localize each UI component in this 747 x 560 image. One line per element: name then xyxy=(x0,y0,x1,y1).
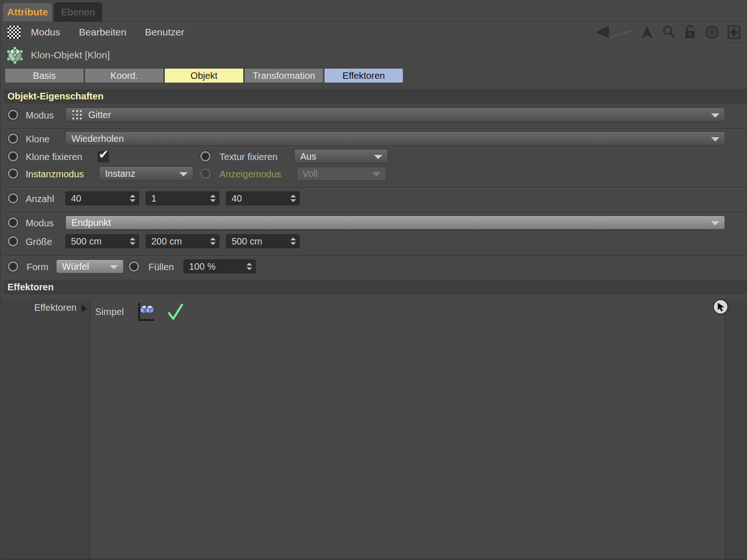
checkmark-icon: ✔ xyxy=(99,147,109,162)
chevron-down-icon xyxy=(179,172,188,176)
keyframe-dot-textur-fixieren[interactable] xyxy=(200,151,211,161)
tab-basis[interactable]: Basis xyxy=(5,68,84,83)
tab-attribute-label: Attribute xyxy=(7,7,48,18)
label-form: Form xyxy=(27,259,49,274)
object-title: Klon-Objekt [Klon] xyxy=(31,49,110,61)
effectors-list[interactable]: Simpel xyxy=(90,299,725,560)
panel-left-edge xyxy=(0,21,1,560)
chevron-down-icon xyxy=(110,265,118,269)
anzahl-z-field[interactable] xyxy=(226,192,299,205)
row-klone: Klone Wiederholen xyxy=(0,132,747,147)
clone-object-icon xyxy=(6,46,24,64)
spinner-stepper[interactable] xyxy=(247,263,252,270)
chevron-down-icon xyxy=(374,155,382,159)
keyframe-dot-groesse[interactable] xyxy=(8,236,18,246)
groesse-y-field-wrap xyxy=(146,234,219,248)
object-title-row: Klon-Objekt [Klon] xyxy=(0,43,747,67)
tab-koord[interactable]: Koord. xyxy=(85,68,164,83)
checkbox-klone-fixieren[interactable]: ✔ xyxy=(98,151,109,162)
dropdown-modus[interactable]: Gitter xyxy=(65,108,725,122)
keyframe-dot-form[interactable] xyxy=(8,261,18,272)
anzahl-z-field-wrap xyxy=(226,191,300,205)
keyframe-dot-klone[interactable] xyxy=(8,133,18,144)
label-fuellen: Füllen xyxy=(148,259,174,274)
dropdown-modus2-value: Endpunkt xyxy=(71,217,111,228)
add-panel-icon[interactable] xyxy=(727,25,740,39)
divider xyxy=(4,212,747,213)
tab-ebenen[interactable]: Ebenen xyxy=(54,2,102,21)
tab-effektoren[interactable]: Effektoren xyxy=(324,68,403,83)
groesse-x-field[interactable] xyxy=(66,235,139,248)
label-groesse: Größe xyxy=(26,234,52,249)
dropdown-form[interactable]: Würfel xyxy=(56,259,124,273)
row-fixieren: Klone fixieren ✔ Textur fixieren Aus xyxy=(0,149,747,164)
chevron-down-icon xyxy=(711,113,719,118)
anzahl-x-field-wrap xyxy=(65,191,139,205)
pick-object-button[interactable] xyxy=(713,299,728,315)
search-icon[interactable] xyxy=(662,25,676,39)
tab-transformation-label: Transformation xyxy=(253,70,315,81)
keyframe-dot-instanzmodus[interactable] xyxy=(8,168,18,179)
dropdown-instanzmodus[interactable]: Instanz xyxy=(99,167,193,181)
groesse-z-field-wrap xyxy=(226,234,300,248)
arrow-up-icon[interactable] xyxy=(640,25,654,39)
groesse-z-field[interactable] xyxy=(226,235,299,248)
effector-enabled-check-icon[interactable] xyxy=(166,302,185,322)
section-object-properties-title: Objekt-Eigenschaften xyxy=(7,91,104,102)
fuellen-field[interactable] xyxy=(184,260,255,273)
chevron-down-icon xyxy=(711,137,719,141)
history-back-icon[interactable] xyxy=(592,25,632,39)
dropdown-klone[interactable]: Wiederholen xyxy=(65,132,725,146)
label-klone-fixieren: Klone fixieren xyxy=(26,149,82,164)
chevron-down-icon xyxy=(372,172,381,176)
keyframe-dot-modus2[interactable] xyxy=(8,217,18,228)
anzahl-y-field-wrap xyxy=(146,191,219,205)
expand-arrow-icon[interactable] xyxy=(82,305,87,312)
anzahl-x-field[interactable] xyxy=(66,192,139,205)
divider xyxy=(4,128,747,130)
anzahl-y-field[interactable] xyxy=(146,192,219,205)
dropdown-modus2[interactable]: Endpunkt xyxy=(65,216,725,230)
row-anzahl: Anzahl xyxy=(0,191,747,206)
section-effectors-title: Effektoren xyxy=(7,282,54,293)
mode-checker-icon[interactable] xyxy=(7,26,21,39)
divider xyxy=(4,187,747,189)
menu-benutzer[interactable]: Benutzer xyxy=(145,27,184,38)
effector-item-name: Simpel xyxy=(95,307,135,317)
menu-bearbeiten[interactable]: Bearbeiten xyxy=(79,27,127,38)
keyframe-dot-anzahl[interactable] xyxy=(8,193,18,203)
label-instanzmodus: Instanzmodus xyxy=(26,167,84,182)
lock-open-icon[interactable] xyxy=(684,25,697,39)
keyframe-dot-fuellen[interactable] xyxy=(129,261,139,272)
attribute-tab-buttons: Basis Koord. Objekt Transformation Effek… xyxy=(5,68,403,83)
keyframe-dot-modus[interactable] xyxy=(8,110,18,120)
groesse-y-field[interactable] xyxy=(146,235,219,248)
groesse-x-field-wrap xyxy=(65,234,139,248)
menubar: Modus Bearbeiten Benutzer xyxy=(0,21,747,42)
spinner-stepper[interactable] xyxy=(130,238,135,245)
dropdown-textur-fixieren[interactable]: Aus xyxy=(294,149,388,163)
spinner-stepper[interactable] xyxy=(130,195,135,202)
label-anzahl: Anzahl xyxy=(26,191,54,206)
panel-tabbar: Attribute Ebenen xyxy=(0,0,747,21)
target-icon[interactable] xyxy=(705,25,719,40)
effector-list-item[interactable]: Simpel xyxy=(91,301,725,323)
label-modus2: Modus xyxy=(26,216,54,231)
attribute-manager-panel: Attribute Ebenen Modus Bearbeiten Benutz… xyxy=(0,0,747,560)
spinner-stepper[interactable] xyxy=(290,238,296,245)
spinner-stepper[interactable] xyxy=(290,195,296,202)
label-anzeigemodus: Anzeigemodus xyxy=(219,167,281,182)
tab-attribute[interactable]: Attribute xyxy=(2,2,53,21)
tab-transformation[interactable]: Transformation xyxy=(244,68,324,83)
divider xyxy=(4,255,747,257)
label-modus: Modus xyxy=(26,108,54,123)
label-textur-fixieren: Textur fixieren xyxy=(219,149,278,164)
section-effectors: Effektoren xyxy=(4,280,747,294)
dropdown-textur-fixieren-value: Aus xyxy=(300,151,316,162)
menu-modus[interactable]: Modus xyxy=(31,27,60,38)
spinner-stepper[interactable] xyxy=(210,238,216,245)
tab-objekt[interactable]: Objekt xyxy=(164,68,244,83)
cursor-arrow-icon xyxy=(716,302,726,312)
keyframe-dot-klone-fixieren[interactable] xyxy=(8,151,18,161)
spinner-stepper[interactable] xyxy=(210,195,216,202)
